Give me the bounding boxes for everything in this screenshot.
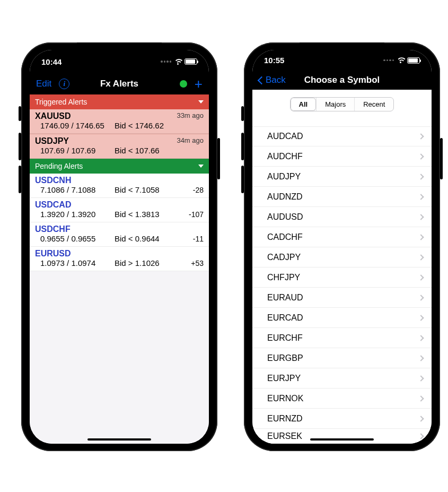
alert-condition: Bid < 1746.62 <box>115 121 204 130</box>
alert-row[interactable]: XAUUSD 33m ago 1746.09 / 1746.65 Bid < 1… <box>30 109 209 134</box>
cellular-icon <box>383 59 394 62</box>
chevron-right-icon <box>418 234 424 240</box>
symbol-label: CADCHF <box>267 232 303 242</box>
alert-quote: 1.0973 / 1.0974 <box>35 258 115 267</box>
symbol-row[interactable]: EURNZD <box>252 409 432 429</box>
alert-row[interactable]: USDCAD -107 1.3920 / 1.3920 Bid < 1.3813 <box>30 198 209 222</box>
alert-delta: -11 <box>193 235 204 243</box>
phone-fx-alerts: 10:44 Edit i Fx Alerts + T <box>21 42 217 451</box>
symbol-label: EURNZD <box>267 414 303 424</box>
chevron-right-icon <box>418 355 424 361</box>
alert-row[interactable]: USDJPY 34m ago 107.69 / 107.69 Bid < 107… <box>30 134 209 159</box>
symbol-label: AUDNZD <box>267 192 303 202</box>
chevron-right-icon <box>418 395 424 401</box>
volume-up <box>19 133 21 160</box>
volume-down <box>19 166 21 193</box>
symbol-label: EURAUD <box>267 293 303 303</box>
alert-condition: Bid > 1.1026 <box>115 258 204 267</box>
empty-area <box>30 271 209 444</box>
symbol-label: AUDCHF <box>267 152 303 161</box>
silent-switch <box>241 106 244 121</box>
tab-recent[interactable]: Recent <box>354 98 393 111</box>
alert-delta: +53 <box>191 259 204 267</box>
symbol-row[interactable]: EURNOK <box>252 389 432 409</box>
chevron-right-icon <box>418 375 424 381</box>
symbol-label: EURCHF <box>267 333 303 343</box>
alert-symbol: EURUSD <box>35 249 204 258</box>
symbol-row[interactable]: AUDNZD <box>252 187 432 207</box>
symbol-row[interactable]: AUDCHF <box>252 146 432 167</box>
section-label: Triggered Alerts <box>35 98 87 106</box>
chevron-right-icon <box>418 194 424 200</box>
edit-button[interactable]: Edit <box>36 79 51 89</box>
symbol-label: EURSEK <box>267 431 302 441</box>
chevron-right-icon <box>418 315 424 321</box>
alert-quote: 1746.09 / 1746.65 <box>35 121 115 130</box>
alert-condition: Bid < 0.9644 <box>115 234 204 243</box>
battery-icon <box>185 58 197 65</box>
chevron-right-icon <box>418 133 424 139</box>
add-alert-button[interactable]: + <box>195 77 203 91</box>
cellular-icon <box>161 61 171 63</box>
alert-row[interactable]: EURUSD +53 1.0973 / 1.0974 Bid > 1.1026 <box>30 247 209 271</box>
silent-switch <box>19 106 21 121</box>
home-indicator[interactable] <box>310 438 374 441</box>
alert-delta: -107 <box>189 210 204 219</box>
phone-choose-symbol: 10:55 Back Choose a Symbol <box>244 42 440 451</box>
chevron-right-icon <box>418 433 424 439</box>
symbol-row[interactable]: AUDJPY <box>252 167 432 187</box>
symbol-row[interactable]: AUDUSD <box>252 207 432 227</box>
status-time: 10:55 <box>264 56 284 65</box>
back-button[interactable]: Back <box>259 75 286 85</box>
chevron-right-icon <box>418 416 424 421</box>
symbol-label: CHFJPY <box>267 273 300 282</box>
home-indicator[interactable] <box>87 438 151 441</box>
symbol-row[interactable]: EURSEK <box>252 429 432 444</box>
symbol-row[interactable]: AUDCAD <box>252 126 432 146</box>
chevron-right-icon <box>418 214 424 220</box>
symbol-row[interactable]: CHFJPY <box>252 267 432 288</box>
chevron-left-icon <box>258 76 266 84</box>
info-icon[interactable]: i <box>59 79 69 89</box>
alert-delta: -28 <box>193 186 204 194</box>
symbol-row[interactable]: CADCHF <box>252 227 432 247</box>
wifi-icon <box>174 59 182 65</box>
caret-down-icon <box>198 165 204 168</box>
alert-quote: 0.9655 / 0.9655 <box>35 234 115 243</box>
nav-bar: Back Choose a Symbol <box>252 71 432 90</box>
connection-status-dot <box>180 80 187 88</box>
triggered-alerts-header[interactable]: Triggered Alerts <box>30 94 209 109</box>
alert-symbol: USDCAD <box>35 200 204 210</box>
volume-up <box>241 133 244 160</box>
symbol-row[interactable]: EURAUD <box>252 288 432 308</box>
pending-alerts-header[interactable]: Pending Alerts <box>30 159 209 174</box>
tab-majors[interactable]: Majors <box>316 98 354 111</box>
back-label: Back <box>266 75 286 85</box>
alert-condition: Bid < 107.66 <box>115 146 204 155</box>
alert-quote: 1.3920 / 1.3920 <box>35 210 115 219</box>
alert-quote: 107.69 / 107.69 <box>35 146 115 155</box>
tab-all[interactable]: All <box>291 98 317 111</box>
symbol-label: EURGBP <box>267 353 303 363</box>
symbol-row[interactable]: EURJPY <box>252 368 432 389</box>
notch <box>77 42 162 57</box>
symbol-row[interactable]: EURGBP <box>252 348 432 368</box>
notch <box>300 42 384 57</box>
wifi-icon <box>397 57 405 63</box>
alert-symbol: USDCHF <box>35 225 204 234</box>
alert-row[interactable]: USDCHF -11 0.9655 / 0.9655 Bid < 0.9644 <box>30 222 209 247</box>
chevron-right-icon <box>418 295 424 300</box>
battery-icon <box>407 57 420 64</box>
symbol-row[interactable]: EURCHF <box>252 328 432 348</box>
alert-row[interactable]: USDCNH -28 7.1086 / 7.1088 Bid < 7.1058 <box>30 174 209 198</box>
symbol-list[interactable]: AUDCADAUDCHFAUDJPYAUDNZDAUDUSDCADCHFCADJ… <box>252 116 432 444</box>
symbol-label: EURJPY <box>267 374 301 383</box>
chevron-right-icon <box>418 153 424 159</box>
symbol-label: AUDCAD <box>267 132 303 141</box>
alert-quote: 7.1086 / 7.1088 <box>35 185 115 194</box>
alert-condition: Bid < 7.1058 <box>115 185 204 194</box>
symbol-row[interactable]: EURCAD <box>252 308 432 328</box>
symbol-label: AUDJPY <box>267 172 301 182</box>
alert-time: 34m ago <box>177 136 204 144</box>
symbol-row[interactable]: CADJPY <box>252 247 432 267</box>
